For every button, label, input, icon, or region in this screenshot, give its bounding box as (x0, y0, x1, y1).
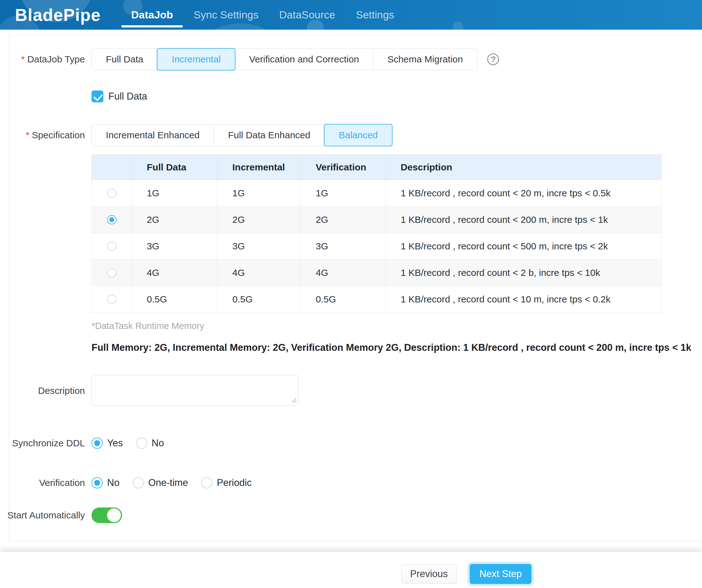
start-automatically-toggle[interactable] (92, 507, 122, 523)
description-label: Description (0, 386, 85, 396)
cell-description: 1 KB/record , record count < 10 m, incre… (386, 286, 662, 313)
table-row: 1G 1G 1G 1 KB/record , record count < 20… (92, 180, 662, 206)
segment-schema-migration[interactable]: Schema Migration (373, 49, 477, 70)
full-data-checkbox-row: Full Data (0, 90, 702, 103)
description-textarea[interactable] (92, 375, 298, 406)
row-radio-3g[interactable] (107, 242, 116, 251)
col-header-full-data: Full Data (132, 155, 217, 180)
cell-incremental: 1G (217, 180, 301, 206)
full-data-checkbox[interactable] (92, 91, 103, 102)
selected-spec-summary: Full Memory: 2G, Incremental Memory: 2G,… (92, 342, 691, 353)
footer-bar: Previous Next Step (0, 552, 702, 588)
col-header-incremental: Incremental (217, 155, 301, 180)
full-data-checkbox-label: Full Data (108, 91, 147, 102)
help-icon[interactable]: ? (487, 53, 499, 65)
row-radio-2g[interactable] (107, 215, 116, 225)
cell-full-data: 0.5G (132, 286, 217, 313)
cell-verification: 1G (301, 180, 386, 206)
specification-segmented: Incremental Enhanced Full Data Enhanced … (92, 124, 392, 146)
description-row: Description (0, 376, 702, 406)
cell-description: 1 KB/record , record count < 500 m, incr… (386, 233, 662, 260)
panel-top-strip (9, 30, 702, 35)
datajob-type-segmented: Full Data Incremental Verification and C… (92, 48, 477, 70)
radio-column-header (92, 155, 132, 180)
specification-table: Full Data Incremental Verification Descr… (92, 154, 662, 313)
specification-row: *Specification Incremental Enhanced Full… (0, 124, 702, 146)
required-asterisk: * (26, 130, 29, 140)
nav-tab-settings[interactable]: Settings (346, 0, 405, 30)
table-row: 0.5G 0.5G 0.5G 1 KB/record , record coun… (92, 286, 662, 313)
runtime-memory-footnote: *DataTask Runtime Memory (92, 321, 204, 331)
cell-incremental: 0.5G (217, 286, 301, 313)
verification-radio-no[interactable] (92, 477, 103, 488)
cell-incremental: 3G (217, 233, 301, 260)
cell-full-data: 3G (132, 233, 217, 260)
cell-description: 1 KB/record , record count < 200 m, incr… (386, 206, 662, 233)
cell-full-data: 2G (132, 206, 217, 233)
main-nav: DataJob Sync Settings DataSource Setting… (121, 0, 404, 30)
segment-incremental-enhanced[interactable]: Incremental Enhanced (92, 125, 214, 146)
cell-full-data: 4G (132, 260, 217, 286)
verification-row: Verification No One-time Periodic (0, 476, 702, 490)
row-radio-05g[interactable] (107, 295, 116, 304)
cell-incremental: 2G (217, 206, 301, 233)
sync-ddl-no-label[interactable]: No (152, 438, 164, 449)
start-automatically-row: Start Automatically (0, 507, 702, 523)
verification-no-label[interactable]: No (107, 477, 120, 488)
col-header-verification: Verification (301, 155, 386, 180)
table-row: 4G 4G 4G 1 KB/record , record count < 2 … (92, 260, 662, 286)
cell-description: 1 KB/record , record count < 2 b, incre … (386, 260, 662, 286)
segment-verification-correction[interactable]: Verification and Correction (235, 49, 373, 70)
nav-tab-datasource[interactable]: DataSource (269, 0, 346, 30)
previous-button[interactable]: Previous (401, 564, 457, 584)
sync-ddl-radio-yes[interactable] (92, 438, 103, 449)
top-navbar: BladePipe DataJob Sync Settings DataSour… (0, 0, 702, 30)
sync-ddl-radio-no[interactable] (136, 438, 147, 449)
segment-incremental[interactable]: Incremental (157, 49, 235, 70)
verification-label: Verification (0, 477, 85, 488)
cell-verification: 0.5G (301, 286, 386, 313)
datajob-create-page: BladePipe DataJob Sync Settings DataSour… (0, 0, 702, 588)
table-header-row: Full Data Incremental Verification Descr… (92, 155, 662, 180)
verification-one-time-label[interactable]: One-time (148, 477, 188, 488)
col-header-description: Description (386, 155, 662, 180)
row-radio-1g[interactable] (107, 188, 116, 198)
cell-verification: 4G (301, 260, 386, 286)
segment-full-data[interactable]: Full Data (92, 49, 157, 70)
required-asterisk: * (21, 54, 25, 64)
toggle-knob (107, 508, 121, 522)
cell-full-data: 1G (132, 180, 217, 206)
verification-periodic-label[interactable]: Periodic (217, 477, 252, 488)
datajob-type-label: *DataJob Type (0, 54, 85, 64)
row-radio-4g[interactable] (107, 268, 116, 277)
cell-incremental: 4G (217, 260, 301, 286)
synchronize-ddl-row: Synchronize DDL Yes No (0, 436, 702, 450)
nav-tab-sync-settings[interactable]: Sync Settings (183, 0, 269, 30)
synchronize-ddl-label: Synchronize DDL (0, 438, 85, 448)
next-step-button[interactable]: Next Step (470, 564, 532, 584)
datajob-type-row: *DataJob Type Full Data Incremental Veri… (0, 48, 702, 70)
segment-full-data-enhanced[interactable]: Full Data Enhanced (214, 125, 325, 146)
specification-label: *Specification (0, 130, 85, 140)
start-automatically-label: Start Automatically (0, 510, 85, 521)
nav-tab-datajob[interactable]: DataJob (121, 0, 183, 30)
sync-ddl-yes-label[interactable]: Yes (107, 438, 123, 449)
cell-verification: 3G (301, 233, 386, 260)
verification-radio-one-time[interactable] (133, 477, 144, 488)
cell-verification: 2G (301, 206, 386, 233)
table-row: 2G 2G 2G 1 KB/record , record count < 20… (92, 206, 662, 233)
verification-radio-periodic[interactable] (201, 477, 212, 488)
bladepipe-logo: BladePipe (15, 5, 101, 25)
table-row: 3G 3G 3G 1 KB/record , record count < 50… (92, 233, 662, 260)
cell-description: 1 KB/record , record count < 20 m, incre… (386, 180, 662, 206)
segment-balanced[interactable]: Balanced (325, 125, 392, 146)
